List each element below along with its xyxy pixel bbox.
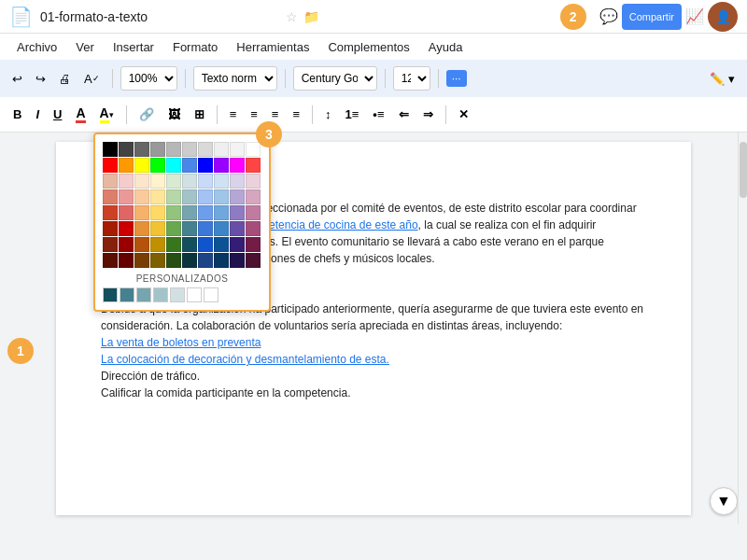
color-cell[interactable] [182,237,197,252]
scroll-to-bottom-button[interactable]: ▼ [710,487,738,515]
color-cell[interactable] [198,221,213,236]
table-button[interactable]: ⊞ [189,105,210,124]
color-cell[interactable] [246,221,261,236]
custom-color-cell[interactable] [136,287,151,302]
color-cell[interactable] [150,142,165,157]
color-cell[interactable] [103,158,118,173]
color-cell[interactable] [134,253,149,268]
color-cell[interactable] [214,221,229,236]
color-cell[interactable] [150,237,165,252]
menu-herramientas[interactable]: Herramientas [229,38,317,56]
color-cell[interactable] [150,158,165,173]
custom-color-cell[interactable] [153,287,168,302]
color-cell[interactable] [119,237,134,252]
star-icon[interactable]: ☆ [286,9,298,24]
scrollbar[interactable] [738,133,747,525]
align-center-button[interactable]: ≡ [245,105,263,124]
menu-ver[interactable]: Ver [68,38,102,56]
clear-format-button[interactable]: ✕ [453,105,474,124]
folder-icon[interactable]: 📁 [303,9,319,24]
color-cell[interactable] [103,174,118,189]
menu-insertar[interactable]: Insertar [106,38,162,56]
color-cell[interactable] [134,174,149,189]
color-cell[interactable] [198,237,213,252]
color-cell[interactable] [150,221,165,236]
color-cell[interactable] [119,253,134,268]
color-cell[interactable] [246,237,261,252]
color-cell[interactable] [134,237,149,252]
color-cell[interactable] [214,253,229,268]
menu-archivo[interactable]: Archivo [9,38,64,56]
color-cell[interactable] [134,189,149,204]
color-cell[interactable] [150,253,165,268]
color-cell[interactable] [134,158,149,173]
color-cell[interactable] [166,205,181,220]
color-cell[interactable] [182,253,197,268]
color-cell[interactable] [103,142,118,157]
color-cell[interactable] [230,158,245,173]
color-cell[interactable] [166,158,181,173]
color-cell[interactable] [198,142,213,157]
share-button[interactable]: Compartir [622,4,682,30]
color-cell[interactable] [166,221,181,236]
image-button[interactable]: 🖼 [162,105,186,124]
color-cell[interactable] [230,221,245,236]
spell-button[interactable]: A✓ [79,69,105,89]
bold-button[interactable]: B [7,105,27,124]
color-cell[interactable] [198,174,213,189]
color-cell[interactable] [214,189,229,204]
edit-pen-button[interactable]: ✏️ ▾ [705,69,740,89]
color-cell[interactable] [119,205,134,220]
color-cell[interactable] [198,189,213,204]
underline-button[interactable]: U [48,105,67,124]
more-options-button[interactable]: ··· [446,70,467,87]
color-cell[interactable] [182,189,197,204]
color-cell[interactable] [103,205,118,220]
color-cell[interactable] [103,237,118,252]
color-cell[interactable] [119,189,134,204]
color-cell[interactable] [103,221,118,236]
color-cell[interactable] [230,205,245,220]
size-select[interactable]: 12 [393,66,430,91]
list-num-button[interactable]: 1≡ [340,105,365,124]
color-cell[interactable] [166,237,181,252]
color-cell[interactable] [230,253,245,268]
link-button[interactable]: 🔗 [134,105,160,124]
color-cell[interactable] [166,142,181,157]
custom-color-cell[interactable] [170,287,185,302]
font-color-button[interactable]: A [70,103,91,126]
color-cell[interactable] [230,174,245,189]
color-cell[interactable] [103,253,118,268]
color-cell[interactable] [119,158,134,173]
comment-button[interactable]: 💬 [596,4,622,30]
custom-color-cell[interactable] [204,287,218,302]
color-cell[interactable] [246,253,261,268]
color-cell[interactable] [182,174,197,189]
align-left-button[interactable]: ≡ [224,105,243,124]
color-cell[interactable] [246,158,261,173]
color-cell[interactable] [182,205,197,220]
font-select[interactable]: Century Go... [293,66,377,91]
undo-button[interactable]: ↩ [7,69,27,89]
color-cell[interactable] [198,205,213,220]
color-cell[interactable] [182,158,197,173]
zoom-select[interactable]: 100% [120,66,177,91]
custom-color-cell[interactable] [103,287,118,302]
redo-button[interactable]: ↪ [31,69,50,89]
color-cell[interactable] [166,253,181,268]
color-cell[interactable] [119,142,134,157]
list-bullet-button[interactable]: •≡ [367,105,389,124]
line-spacing-button[interactable]: ↕ [319,105,337,124]
color-cell[interactable] [166,174,181,189]
menu-formato[interactable]: Formato [165,38,225,56]
color-cell[interactable] [246,205,261,220]
print-button[interactable]: 🖨 [54,69,76,89]
color-cell[interactable] [214,158,229,173]
color-cell[interactable] [119,221,134,236]
color-cell[interactable] [119,174,134,189]
color-cell[interactable] [134,221,149,236]
color-cell[interactable] [214,142,229,157]
chart-icon[interactable]: 📈 [682,4,708,30]
menu-ayuda[interactable]: Ayuda [421,38,471,56]
color-cell[interactable] [246,189,261,204]
